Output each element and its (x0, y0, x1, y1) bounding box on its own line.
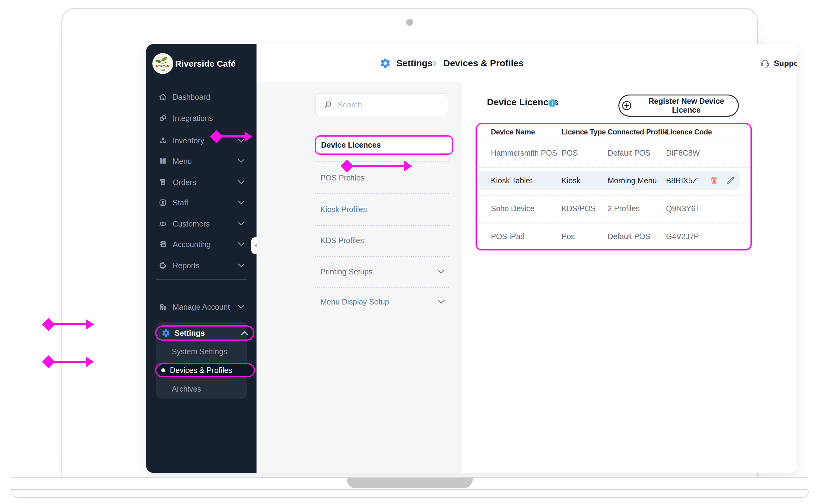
table-row[interactable]: Soho Device KDS/POS 2 Profiles Q9N3Y6T (477, 202, 751, 215)
sidebar-item-archives[interactable]: Archives (156, 383, 246, 395)
menu-item-kiosk-profiles[interactable]: Kiosk Profiles (315, 203, 449, 215)
cell-licence-type: KDS/POS (561, 202, 596, 215)
ledger-icon (158, 240, 167, 249)
chevron-down-icon (437, 299, 445, 304)
cell-licence-code: DIF6C8W (666, 147, 700, 159)
column-header-licence-type: Licence Type (561, 126, 606, 138)
edit-button[interactable] (724, 174, 737, 187)
sidebar-item-settings[interactable]: Settings (155, 325, 254, 341)
column-header-licence-code: Licence Code (666, 126, 712, 138)
menu-item-kds-profiles[interactable]: KDS Profiles (315, 234, 449, 246)
dotted-divider (315, 256, 449, 257)
menu-item-label: POS Profiles (320, 173, 364, 182)
sidebar-item-manage-account[interactable]: Manage Account (146, 301, 257, 313)
receipt-icon (158, 178, 167, 187)
sidebar-item-system-settings[interactable]: System Settings (156, 345, 246, 358)
annotation-arrowhead (86, 319, 94, 330)
sidebar-item-menu[interactable]: Menu (146, 155, 257, 167)
chevron-down-icon (238, 138, 245, 143)
sidebar-item-accounting[interactable]: Accounting (146, 238, 257, 250)
camera-dot (406, 19, 413, 26)
annotation-arrow-line (216, 135, 246, 138)
support-menu[interactable]: Support (760, 56, 797, 70)
settings-submenu-panel: Device Licences POS Profiles Kiosk Profi… (257, 82, 462, 473)
register-button-label: Register New Device Licence (637, 97, 736, 114)
laptop-mockup: Riverside - Café - Riverside Café Dashbo… (0, 0, 819, 504)
menu-item-pos-profiles[interactable]: POS Profiles (315, 172, 449, 184)
chevron-right-icon (432, 59, 438, 68)
sidebar-item-label: Archives (172, 385, 201, 394)
sidebar-item-reports[interactable]: Reports (146, 259, 257, 272)
register-new-device-licence-button[interactable]: Register New Device Licence (619, 95, 739, 117)
sidebar-item-integrations[interactable]: Integrations (146, 112, 257, 124)
boxes-icon (158, 136, 167, 145)
topbar: Settings Devices & Profiles Support Engl… (257, 44, 797, 82)
home-icon (158, 92, 167, 102)
dotted-row-divider (479, 195, 748, 196)
search-input[interactable] (337, 100, 437, 110)
pencil-icon (726, 176, 736, 185)
annotation-arrowhead (404, 161, 412, 171)
sidebar-item-orders[interactable]: Orders (146, 176, 257, 188)
menu-item-menu-display-setup[interactable]: Menu Display Setup (315, 296, 449, 308)
table-header-divider (480, 141, 747, 141)
breadcrumb-settings[interactable]: Settings (396, 58, 433, 68)
dotted-divider (315, 287, 449, 288)
cell-connected-profile: Morning Menu (607, 174, 657, 187)
sidebar-item-label: Inventory (173, 136, 204, 145)
dotted-row-divider (479, 223, 748, 223)
sidebar-item-label: Devices & Profiles (170, 366, 232, 375)
sidebar-item-label: Manage Account (173, 303, 230, 312)
sidebar-item-customers[interactable]: Customers (146, 218, 257, 230)
table-row[interactable]: Hammersmith POS POS Default POS DIF6C8W (477, 147, 751, 159)
annotation-arrowhead (245, 131, 253, 142)
laptop-notch (347, 478, 473, 488)
sidebar-item-label: Dashboard (173, 93, 210, 102)
annotation-arrowhead (86, 357, 94, 367)
chevron-down-icon (238, 242, 245, 247)
panel-divider (315, 128, 449, 128)
chevron-up-icon (241, 331, 248, 335)
main-content: Device Licences Register New Device Lice… (462, 82, 797, 473)
chevron-down-icon (238, 221, 245, 226)
cell-licence-code: G4V2J7P (666, 230, 699, 242)
menu-item-device-licences[interactable]: Device Licences (315, 135, 453, 155)
sidebar-item-devices-profiles[interactable]: Devices & Profiles (155, 363, 255, 377)
brand-name: Riverside Café (175, 59, 236, 69)
badge-icon (158, 198, 167, 207)
table-row[interactable]: POS iPad Pos Default POS G4V2J7P (477, 230, 751, 242)
annotation-arrow-line (48, 323, 87, 325)
dotted-divider (315, 225, 449, 226)
cell-connected-profile: Default POS (607, 230, 650, 242)
search-box (315, 93, 448, 116)
column-header-device-name: Device Name (491, 126, 535, 138)
chevron-down-icon (238, 304, 245, 309)
app-window: Riverside - Café - Riverside Café Dashbo… (146, 44, 797, 473)
sidebar-item-staff[interactable]: Staff (146, 196, 257, 209)
gear-icon (379, 57, 391, 69)
delete-button[interactable] (708, 174, 720, 187)
dotted-divider (315, 193, 449, 194)
laptop-screen-bezel: Riverside - Café - Riverside Café Dashbo… (61, 8, 758, 478)
annotation-arrow-line (48, 361, 87, 363)
link-icon (158, 114, 167, 123)
sidebar-divider (156, 279, 247, 280)
headset-icon (760, 58, 770, 68)
building-icon (158, 302, 167, 312)
menu-item-label: Kiosk Profiles (320, 205, 367, 214)
cell-licence-type: POS (561, 147, 578, 159)
cell-device-name: POS iPad (491, 230, 525, 242)
sidebar-item-label: Menu (173, 157, 192, 166)
sidebar: Riverside - Café - Riverside Café Dashbo… (146, 44, 257, 473)
sidebar-item-dashboard[interactable]: Dashboard (146, 91, 257, 103)
menu-item-printing-setups[interactable]: Printing Setups (315, 266, 449, 278)
sidebar-item-label: Staff (173, 198, 188, 207)
header-separator (660, 127, 660, 137)
sidebar-item-label: Orders (173, 178, 196, 187)
search-icon (323, 100, 332, 109)
people-icon (158, 219, 167, 228)
logo-text-2: - Café - (159, 68, 167, 71)
trash-icon (709, 176, 719, 185)
info-icon[interactable] (548, 99, 557, 108)
table-row[interactable]: Kiosk Tablet Kiosk Morning Menu B8RIX5Z (477, 174, 751, 187)
